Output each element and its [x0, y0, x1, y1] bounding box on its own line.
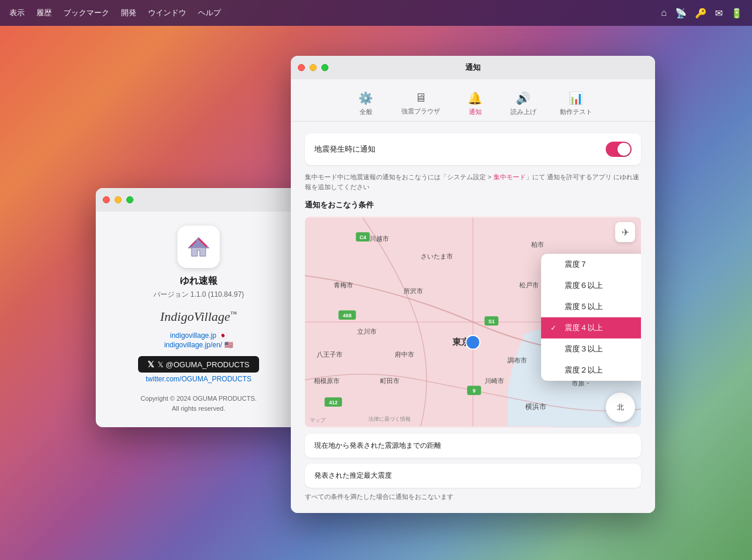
svg-text:府中市: 府中市: [395, 351, 414, 358]
dropdown-item-4plus[interactable]: ✓ 震度４以上: [541, 317, 641, 338]
settings-window: 通知 ⚙️ 全般 🖥 強震ブラウザ 🔔 通知 🔊 読み上げ 📊 動作テスト 地震…: [291, 56, 655, 513]
svg-text:468: 468: [343, 313, 352, 318]
notification-toggle[interactable]: [606, 142, 632, 157]
svg-text:横浜市: 横浜市: [525, 403, 546, 411]
dropdown-label-7: 震度７: [565, 259, 588, 270]
settings-minimize-button[interactable]: [310, 64, 317, 71]
magnitude-row[interactable]: 発表された推定最大震度: [305, 464, 641, 488]
about-window: ゆれ速報 バージョン 1.1.0 (110.84.97) IndigoVilla…: [96, 188, 301, 427]
location-icon: ✈: [622, 227, 629, 238]
tab-test-label: 動作テスト: [560, 108, 592, 116]
distance-row: 現在地から発表された震源地までの距離: [305, 434, 641, 458]
tab-browser-label: 強震ブラウザ: [401, 107, 440, 116]
check-4: ✓: [550, 324, 560, 332]
location-button[interactable]: ✈: [615, 222, 635, 242]
twitter-handle: 𝕏 @OGUMA_PRODUCTS: [157, 360, 249, 369]
maximize-button[interactable]: [126, 196, 133, 203]
toggle-knob: [617, 143, 630, 156]
dropdown-item-6plus[interactable]: 震度６以上: [541, 275, 641, 296]
menu-help[interactable]: ヘルプ: [198, 8, 221, 18]
about-titlebar: [96, 188, 301, 212]
twitter-link[interactable]: twitter.com/OGUMA_PRODUCTS: [146, 375, 251, 383]
svg-text:法律に基づく情報: 法律に基づく情報: [368, 416, 411, 422]
summary-text: すべての条件を満たした場合に通知をおこないます: [305, 492, 641, 501]
tab-general-label: 全般: [360, 108, 372, 116]
svg-text:川崎市: 川崎市: [485, 377, 504, 384]
website-link-en[interactable]: indigovillage.jp/en/ 🇺🇸: [164, 341, 233, 349]
menu-bar: 表示 履歴 ブックマーク 開発 ウインドウ ヘルプ ⌂ 📡 🔑 ✉ 🔋: [0, 0, 752, 26]
dropdown-label-4: 震度４以上: [565, 323, 603, 333]
focus-mode-link[interactable]: 集中モード: [494, 173, 526, 180]
svg-text:松戸市: 松戸市: [519, 281, 539, 289]
menu-display[interactable]: 表示: [9, 8, 25, 18]
svg-text:市原・: 市原・: [572, 380, 591, 387]
menu-bar-right: ⌂ 📡 🔑 ✉ 🔋: [661, 8, 743, 19]
notify-icon: 🔔: [468, 91, 482, 105]
x-icon: 𝕏: [147, 360, 154, 369]
app-version-label: バージョン 1.1.0 (110.84.97): [153, 290, 244, 300]
about-content: ゆれ速報 バージョン 1.1.0 (110.84.97) IndigoVilla…: [96, 212, 301, 427]
svg-text:さいたま市: さいたま市: [421, 253, 453, 260]
wifi-icon[interactable]: 📡: [675, 8, 687, 19]
close-button[interactable]: [103, 196, 110, 203]
svg-text:町田市: 町田市: [380, 377, 400, 384]
menu-dev[interactable]: 開発: [121, 8, 136, 18]
settings-title: 通知: [465, 62, 481, 73]
app-name-label: ゆれ速報: [180, 275, 217, 287]
app-icon: [177, 226, 220, 268]
browser-icon: 🖥: [415, 91, 427, 105]
home-icon[interactable]: ⌂: [661, 8, 667, 18]
general-icon: ⚙️: [358, 91, 373, 105]
compass-label: 北: [617, 403, 624, 413]
notification-toggle-row: 地震発生時に通知: [305, 133, 641, 165]
svg-text:調布市: 調布市: [508, 357, 527, 364]
focus-mode-info: 集中モード中に地震速報の通知をおこなうには「システム設定 > 集中モード」にて …: [305, 172, 641, 192]
vendor-logo: IndigoVillage™: [160, 309, 237, 324]
svg-text:412: 412: [329, 400, 338, 405]
read-icon: 🔊: [516, 91, 531, 105]
minimize-button[interactable]: [115, 196, 122, 203]
svg-text:柏市: 柏市: [531, 241, 544, 248]
toggle-label: 地震発生時に通知: [314, 144, 375, 155]
tab-bar: ⚙️ 全般 🖥 強震ブラウザ 🔔 通知 🔊 読み上げ 📊 動作テスト: [291, 79, 655, 122]
dropdown-item-3plus[interactable]: 震度３以上: [541, 338, 641, 360]
settings-close-button[interactable]: [298, 64, 305, 71]
condition-label: 通知をおこなう条件: [305, 200, 641, 210]
test-icon: 📊: [569, 91, 583, 105]
tab-notify[interactable]: 🔔 通知: [452, 86, 499, 121]
svg-text:相模原市: 相模原市: [314, 377, 340, 384]
dropdown-label-6: 震度６以上: [565, 280, 603, 291]
menu-window[interactable]: ウインドウ: [148, 8, 186, 18]
svg-text:川越市: 川越市: [370, 235, 389, 242]
mail-icon[interactable]: ✉: [715, 8, 723, 19]
settings-titlebar: 通知: [291, 56, 655, 79]
tab-test[interactable]: 📊 動作テスト: [548, 86, 604, 121]
dropdown-item-2plus[interactable]: 震度２以上: [541, 360, 641, 381]
battery-icon[interactable]: 🔋: [731, 8, 743, 19]
svg-text:9: 9: [473, 388, 476, 394]
tab-notify-label: 通知: [469, 108, 482, 116]
distance-label: 現在地から発表された震源地までの距離: [314, 441, 441, 451]
svg-text:八王子市: 八王子市: [317, 351, 343, 358]
website-link-jp[interactable]: indigovillage.jp 🇯🇵: [170, 331, 227, 340]
map-container[interactable]: C4 468 S1 9 412 川越市 さいたま市 柏市 印西 青梅市: [305, 216, 641, 428]
svg-text:C4: C4: [360, 234, 366, 240]
dropdown-item-5plus[interactable]: 震度５以上: [541, 296, 641, 317]
tab-general[interactable]: ⚙️ 全般: [343, 86, 390, 121]
svg-point-32: [466, 336, 480, 350]
settings-maximize-button[interactable]: [321, 64, 328, 71]
tab-read[interactable]: 🔊 読み上げ: [499, 86, 548, 121]
svg-text:立川市: 立川市: [357, 328, 377, 335]
password-icon[interactable]: 🔑: [695, 8, 707, 19]
svg-text:青梅市: 青梅市: [334, 281, 353, 289]
dropdown-label-2: 震度２以上: [565, 365, 603, 375]
menu-bookmarks[interactable]: ブックマーク: [63, 8, 109, 18]
tab-browser[interactable]: 🖥 強震ブラウザ: [390, 86, 452, 121]
twitter-badge[interactable]: 𝕏 𝕏 @OGUMA_PRODUCTS: [138, 356, 258, 373]
dropdown-item-7[interactable]: 震度７: [541, 254, 641, 275]
menu-history[interactable]: 履歴: [36, 8, 52, 18]
seismic-dropdown[interactable]: 震度７ 震度６以上 震度５以上 ✓ 震度４以上 震度３以上: [541, 254, 641, 381]
dropdown-label-5: 震度５以上: [565, 301, 603, 312]
magnitude-label: 発表された推定最大震度: [314, 471, 392, 481]
dropdown-label-3: 震度３以上: [565, 344, 603, 354]
